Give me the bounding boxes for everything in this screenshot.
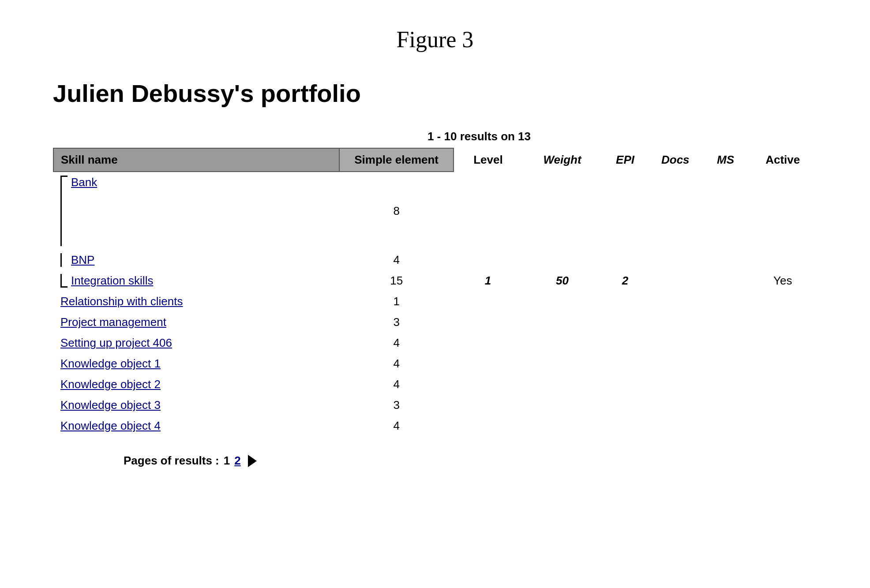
cell-epi [602, 172, 648, 250]
cell-epi [602, 250, 648, 270]
cell-ms [703, 416, 749, 436]
table-header-row: Skill name Simple element Level Weight E… [53, 148, 817, 172]
cell-level [454, 250, 522, 270]
skill-link[interactable]: Integration skills [71, 274, 153, 288]
portfolio-title: Julien Debussy's portfolio [53, 79, 835, 108]
cell-weight [522, 333, 602, 353]
header-simple-element[interactable]: Simple element [339, 148, 454, 172]
cell-ms [703, 333, 749, 353]
cell-simple-element: 3 [339, 312, 454, 333]
skill-link[interactable]: Relationship with clients [60, 295, 183, 308]
skill-link[interactable]: Knowledge object 2 [60, 378, 161, 391]
cell-ms [703, 312, 749, 333]
cell-simple-element: 1 [339, 291, 454, 312]
cell-level [454, 395, 522, 416]
cell-epi [602, 333, 648, 353]
cell-active [748, 374, 817, 395]
cell-weight [522, 353, 602, 374]
bracket-indicator [60, 176, 68, 246]
figure-title: Figure 3 [35, 26, 835, 52]
cell-weight [522, 291, 602, 312]
cell-epi [602, 353, 648, 374]
cell-weight [522, 416, 602, 436]
table-row: Knowledge object 44 [53, 416, 817, 436]
cell-active [748, 353, 817, 374]
cell-level: 1 [454, 270, 522, 291]
cell-active: Yes [748, 270, 817, 291]
cell-simple-element: 3 [339, 395, 454, 416]
cell-docs [648, 270, 703, 291]
next-page-arrow[interactable] [248, 455, 257, 467]
header-active: Active [748, 148, 817, 172]
skill-link[interactable]: Knowledge object 3 [60, 398, 161, 412]
cell-weight [522, 312, 602, 333]
cell-ms [703, 172, 749, 250]
skills-table: Skill name Simple element Level Weight E… [53, 148, 817, 436]
cell-active [748, 416, 817, 436]
cell-level [454, 312, 522, 333]
cell-epi [602, 291, 648, 312]
table-row: Bank8 [53, 172, 817, 250]
pagination-label: Pages of results : [124, 454, 219, 468]
cell-active [748, 172, 817, 250]
cell-weight: 50 [522, 270, 602, 291]
cell-ms [703, 395, 749, 416]
cell-simple-element: 4 [339, 374, 454, 395]
cell-simple-element: 4 [339, 333, 454, 353]
cell-level [454, 333, 522, 353]
cell-level [454, 291, 522, 312]
cell-docs [648, 312, 703, 333]
table-container: Skill name Simple element Level Weight E… [53, 148, 817, 436]
header-ms: MS [703, 148, 749, 172]
cell-simple-element: 15 [339, 270, 454, 291]
cell-active [748, 291, 817, 312]
cell-weight [522, 374, 602, 395]
cell-weight [522, 395, 602, 416]
cell-active [748, 395, 817, 416]
cell-ms [703, 291, 749, 312]
cell-level [454, 353, 522, 374]
cell-epi [602, 312, 648, 333]
cell-weight [522, 250, 602, 270]
header-skill-name[interactable]: Skill name [53, 148, 339, 172]
cell-level [454, 416, 522, 436]
pagination-page-1: 1 [224, 454, 230, 468]
skill-link[interactable]: Project management [60, 315, 166, 329]
table-row: Knowledge object 33 [53, 395, 817, 416]
table-row: Integration skills151502Yes [53, 270, 817, 291]
bracket-middle [60, 253, 68, 267]
cell-docs [648, 395, 703, 416]
pagination: Pages of results : 1 2 [124, 454, 835, 468]
cell-ms [703, 270, 749, 291]
skill-link[interactable]: Knowledge object 4 [60, 419, 161, 432]
cell-epi: 2 [602, 270, 648, 291]
table-row: Relationship with clients1 [53, 291, 817, 312]
skill-link[interactable]: Setting up project 406 [60, 336, 172, 349]
header-weight: Weight [522, 148, 602, 172]
cell-ms [703, 374, 749, 395]
table-row: Project management3 [53, 312, 817, 333]
cell-weight [522, 172, 602, 250]
header-docs: Docs [648, 148, 703, 172]
cell-docs [648, 172, 703, 250]
table-row: Knowledge object 24 [53, 374, 817, 395]
cell-docs [648, 416, 703, 436]
table-row: Setting up project 4064 [53, 333, 817, 353]
cell-ms [703, 250, 749, 270]
cell-docs [648, 374, 703, 395]
pagination-page-2[interactable]: 2 [234, 454, 240, 468]
table-row: BNP4 [53, 250, 817, 270]
cell-level [454, 172, 522, 250]
header-epi: EPI [602, 148, 648, 172]
skill-link[interactable]: BNP [71, 253, 94, 267]
cell-epi [602, 395, 648, 416]
results-info: 1 - 10 results on 13 [124, 130, 835, 143]
table-row: Knowledge object 14 [53, 353, 817, 374]
skill-link[interactable]: Knowledge object 1 [60, 357, 161, 370]
cell-docs [648, 353, 703, 374]
table-body: Bank8BNP4Integration skills151502YesRela… [53, 172, 817, 436]
cell-simple-element: 4 [339, 353, 454, 374]
cell-active [748, 312, 817, 333]
skill-link[interactable]: Bank [71, 176, 97, 246]
cell-simple-element: 4 [339, 416, 454, 436]
